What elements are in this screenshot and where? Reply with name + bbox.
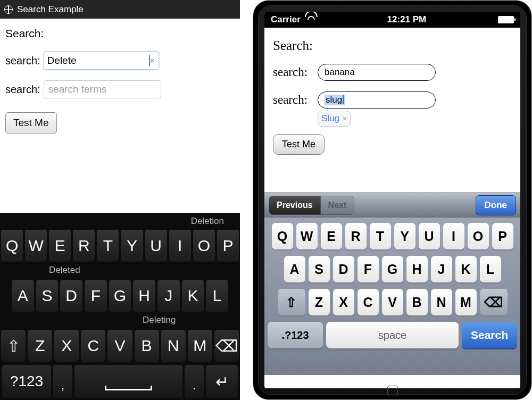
- kb-row-4: ?123 , . ↵: [0, 363, 240, 400]
- bb-keyboard: Deletion Q W E R T Y U I O P Deleted A S…: [0, 213, 240, 400]
- ios-kb-row-3: ⇧ Z X C V B N M ⌫: [268, 289, 517, 315]
- suggestion-deleting[interactable]: Deleting: [143, 315, 176, 326]
- key-k[interactable]: K: [455, 256, 477, 282]
- search-input-1[interactable]: Delete ×: [44, 52, 159, 70]
- home-button-icon[interactable]: [387, 386, 398, 396]
- key-backspace[interactable]: ⌫: [480, 289, 508, 315]
- key-l[interactable]: L: [206, 280, 228, 312]
- key-u[interactable]: U: [419, 223, 440, 249]
- suggestion-deletion[interactable]: Deletion: [191, 216, 224, 227]
- key-space[interactable]: [74, 365, 182, 398]
- key-d[interactable]: D: [60, 280, 82, 312]
- key-c[interactable]: C: [358, 289, 379, 315]
- key-search[interactable]: Search: [462, 322, 517, 348]
- key-l[interactable]: L: [480, 256, 501, 282]
- key-backspace[interactable]: ⌫: [214, 330, 239, 362]
- key-z[interactable]: Z: [309, 289, 330, 315]
- key-v[interactable]: V: [107, 330, 132, 362]
- autocomplete-suggestion[interactable]: Slug ×: [318, 111, 351, 127]
- key-numeric[interactable]: .?123: [268, 322, 323, 348]
- key-enter[interactable]: ↵: [206, 365, 238, 398]
- search-input-2[interactable]: slug: [318, 91, 436, 109]
- key-g[interactable]: G: [382, 256, 403, 282]
- globe-icon: [4, 5, 13, 14]
- key-n[interactable]: N: [161, 330, 186, 362]
- key-n[interactable]: N: [431, 289, 452, 315]
- key-b[interactable]: B: [406, 289, 428, 315]
- key-shift[interactable]: ⇧: [278, 289, 305, 315]
- suggestion-deleted[interactable]: Deleted: [49, 265, 80, 276]
- key-f[interactable]: F: [358, 256, 379, 282]
- kb-row-2: A S D F G H J K L: [0, 279, 240, 313]
- search-input-2-value: slug: [325, 95, 345, 105]
- key-x[interactable]: X: [54, 330, 79, 362]
- key-z[interactable]: Z: [28, 330, 52, 362]
- key-m[interactable]: M: [455, 289, 477, 315]
- key-shift[interactable]: ⇧: [1, 330, 26, 362]
- key-w[interactable]: W: [296, 223, 318, 249]
- key-y[interactable]: Y: [394, 223, 415, 249]
- page-title: Search:: [273, 38, 512, 53]
- ipad-screen: Carrier 12:21 PM Search: search: banana …: [264, 12, 520, 388]
- test-me-button[interactable]: Test Me: [5, 112, 57, 134]
- form-accessory-bar: Previous Next Done: [264, 193, 520, 218]
- test-me-button[interactable]: Test Me: [273, 134, 325, 155]
- key-q[interactable]: Q: [272, 223, 293, 249]
- done-button[interactable]: Done: [476, 195, 517, 215]
- key-e[interactable]: E: [321, 223, 342, 249]
- bb-search-row-1: search: Delete ×: [5, 52, 235, 70]
- ios-page: Search: search: banana search: slug Slug…: [264, 28, 520, 193]
- ios-search-row-1: search: banana: [273, 64, 512, 81]
- key-period[interactable]: .: [185, 365, 204, 398]
- key-e[interactable]: E: [49, 230, 71, 262]
- key-v[interactable]: V: [382, 289, 403, 315]
- key-r[interactable]: R: [345, 223, 367, 249]
- key-w[interactable]: W: [25, 230, 47, 262]
- key-p[interactable]: P: [217, 230, 239, 262]
- key-d[interactable]: D: [333, 256, 354, 282]
- key-t[interactable]: T: [370, 223, 391, 249]
- bb-page: Search: search: Delete × search: search …: [0, 19, 240, 142]
- key-i[interactable]: I: [443, 223, 464, 249]
- key-j[interactable]: J: [431, 256, 452, 282]
- previous-button[interactable]: Previous: [269, 196, 320, 214]
- close-icon[interactable]: ×: [343, 114, 347, 123]
- key-s[interactable]: S: [36, 280, 59, 312]
- key-p[interactable]: P: [492, 223, 513, 249]
- bb-title: Search Example: [17, 4, 84, 15]
- key-i[interactable]: I: [169, 230, 191, 262]
- next-button[interactable]: Next: [320, 196, 354, 214]
- search-input-2[interactable]: search terms: [44, 80, 161, 98]
- key-a[interactable]: A: [12, 280, 34, 312]
- suggestion-text: Slug: [321, 113, 339, 124]
- key-q[interactable]: Q: [1, 230, 23, 262]
- search-label-2: search:: [273, 93, 312, 107]
- carrier-label: Carrier: [271, 14, 301, 25]
- key-r[interactable]: R: [73, 230, 95, 262]
- key-t[interactable]: T: [97, 230, 119, 262]
- key-h[interactable]: H: [406, 256, 428, 282]
- suggestion-bar-3: Deleting: [0, 313, 240, 329]
- key-m[interactable]: M: [188, 330, 212, 362]
- key-c[interactable]: C: [81, 330, 105, 362]
- key-a[interactable]: A: [284, 256, 305, 282]
- key-f[interactable]: F: [85, 280, 107, 312]
- wifi-icon: [305, 16, 315, 23]
- suggestion-bar-1: Deletion: [0, 213, 240, 229]
- key-k[interactable]: K: [182, 280, 204, 312]
- key-u[interactable]: U: [145, 230, 167, 262]
- key-g[interactable]: G: [109, 280, 131, 312]
- key-comma[interactable]: ,: [53, 365, 72, 398]
- key-space[interactable]: space: [326, 322, 459, 348]
- key-o[interactable]: O: [193, 230, 215, 262]
- search-input-1[interactable]: banana: [318, 64, 436, 81]
- key-h[interactable]: H: [133, 280, 155, 312]
- key-j[interactable]: J: [157, 280, 180, 312]
- key-s[interactable]: S: [309, 256, 330, 282]
- key-x[interactable]: X: [333, 289, 354, 315]
- key-o[interactable]: O: [468, 223, 489, 249]
- key-numeric[interactable]: ?123: [2, 365, 51, 398]
- key-b[interactable]: B: [135, 330, 159, 362]
- key-y[interactable]: Y: [121, 230, 143, 262]
- clear-icon[interactable]: ×: [149, 55, 155, 66]
